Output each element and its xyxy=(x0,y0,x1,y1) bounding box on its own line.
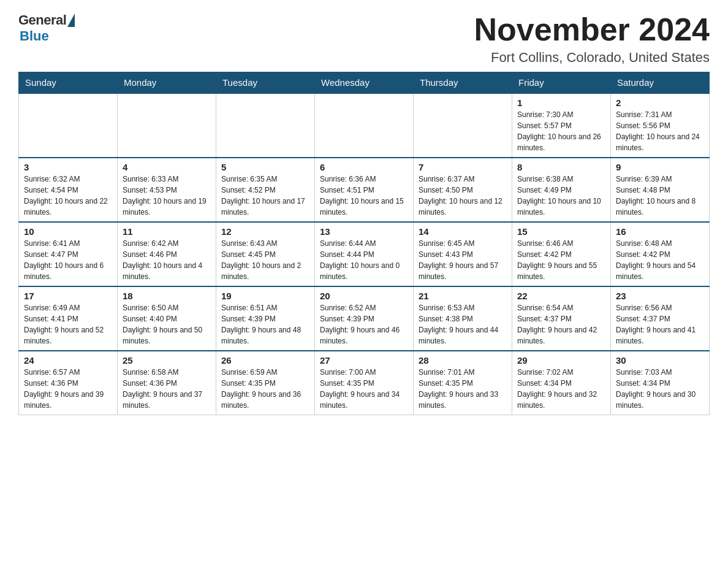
day-number: 14 xyxy=(419,226,507,237)
day-info: Sunrise: 6:35 AMSunset: 4:52 PMDaylight:… xyxy=(221,174,309,218)
page-header: General Blue November 2024 Fort Collins,… xyxy=(18,12,710,66)
day-number: 28 xyxy=(419,355,507,366)
day-info: Sunrise: 6:57 AMSunset: 4:36 PMDaylight:… xyxy=(24,367,112,411)
day-number: 11 xyxy=(123,226,211,237)
weekday-header: Sunday xyxy=(19,72,118,94)
day-number: 5 xyxy=(221,162,309,172)
calendar-cell: 14Sunrise: 6:45 AMSunset: 4:43 PMDayligh… xyxy=(414,222,512,286)
day-number: 15 xyxy=(517,226,605,237)
day-number: 20 xyxy=(320,291,408,301)
weekday-header: Wednesday xyxy=(315,72,414,94)
day-number: 2 xyxy=(616,98,704,108)
day-info: Sunrise: 6:54 AMSunset: 4:37 PMDaylight:… xyxy=(517,302,605,347)
day-info: Sunrise: 6:39 AMSunset: 4:48 PMDaylight:… xyxy=(616,174,704,218)
weekday-header: Tuesday xyxy=(216,72,315,94)
day-number: 24 xyxy=(24,355,112,366)
calendar-cell: 17Sunrise: 6:49 AMSunset: 4:41 PMDayligh… xyxy=(19,286,118,351)
day-number: 22 xyxy=(517,291,605,301)
day-number: 3 xyxy=(24,162,112,172)
day-info: Sunrise: 6:36 AMSunset: 4:51 PMDaylight:… xyxy=(320,174,408,218)
calendar-cell: 21Sunrise: 6:53 AMSunset: 4:38 PMDayligh… xyxy=(414,286,512,351)
day-info: Sunrise: 7:30 AMSunset: 5:57 PMDaylight:… xyxy=(517,109,605,153)
calendar-cell: 22Sunrise: 6:54 AMSunset: 4:37 PMDayligh… xyxy=(512,286,611,351)
calendar-cell: 2Sunrise: 7:31 AMSunset: 5:56 PMDaylight… xyxy=(611,93,710,158)
day-number: 30 xyxy=(616,355,704,366)
calendar-cell: 12Sunrise: 6:43 AMSunset: 4:45 PMDayligh… xyxy=(216,222,315,286)
day-number: 17 xyxy=(24,291,112,301)
day-info: Sunrise: 6:33 AMSunset: 4:53 PMDaylight:… xyxy=(123,174,211,218)
day-info: Sunrise: 6:56 AMSunset: 4:37 PMDaylight:… xyxy=(616,302,704,347)
calendar-cell: 26Sunrise: 6:59 AMSunset: 4:35 PMDayligh… xyxy=(216,351,315,415)
day-info: Sunrise: 7:02 AMSunset: 4:34 PMDaylight:… xyxy=(517,367,605,411)
day-info: Sunrise: 6:46 AMSunset: 4:42 PMDaylight:… xyxy=(517,238,605,282)
calendar-cell: 7Sunrise: 6:37 AMSunset: 4:50 PMDaylight… xyxy=(414,158,512,222)
day-number: 8 xyxy=(517,162,605,172)
day-info: Sunrise: 6:58 AMSunset: 4:36 PMDaylight:… xyxy=(123,367,211,411)
day-info: Sunrise: 6:42 AMSunset: 4:46 PMDaylight:… xyxy=(123,238,211,282)
day-number: 19 xyxy=(221,291,309,301)
calendar-cell: 13Sunrise: 6:44 AMSunset: 4:44 PMDayligh… xyxy=(315,222,414,286)
calendar-cell: 3Sunrise: 6:32 AMSunset: 4:54 PMDaylight… xyxy=(19,158,118,222)
day-number: 7 xyxy=(419,162,507,172)
calendar-cell: 1Sunrise: 7:30 AMSunset: 5:57 PMDaylight… xyxy=(512,93,611,158)
day-number: 13 xyxy=(320,226,408,237)
day-info: Sunrise: 6:38 AMSunset: 4:49 PMDaylight:… xyxy=(517,174,605,218)
day-info: Sunrise: 6:41 AMSunset: 4:47 PMDaylight:… xyxy=(24,238,112,282)
day-info: Sunrise: 6:45 AMSunset: 4:43 PMDaylight:… xyxy=(419,238,507,282)
calendar-table: SundayMondayTuesdayWednesdayThursdayFrid… xyxy=(18,72,710,415)
day-number: 12 xyxy=(221,226,309,237)
calendar-cell: 23Sunrise: 6:56 AMSunset: 4:37 PMDayligh… xyxy=(611,286,710,351)
calendar-week-row: 1Sunrise: 7:30 AMSunset: 5:57 PMDaylight… xyxy=(19,93,710,158)
calendar-header-row: SundayMondayTuesdayWednesdayThursdayFrid… xyxy=(19,72,710,94)
day-info: Sunrise: 7:01 AMSunset: 4:35 PMDaylight:… xyxy=(419,367,507,411)
calendar-cell: 5Sunrise: 6:35 AMSunset: 4:52 PMDaylight… xyxy=(216,158,315,222)
weekday-header: Saturday xyxy=(611,72,710,94)
day-info: Sunrise: 6:59 AMSunset: 4:35 PMDaylight:… xyxy=(221,367,309,411)
logo-blue-text: Blue xyxy=(20,28,49,44)
calendar-week-row: 3Sunrise: 6:32 AMSunset: 4:54 PMDaylight… xyxy=(19,158,710,222)
calendar-cell: 4Sunrise: 6:33 AMSunset: 4:53 PMDaylight… xyxy=(118,158,216,222)
calendar-cell xyxy=(19,93,118,158)
calendar-week-row: 17Sunrise: 6:49 AMSunset: 4:41 PMDayligh… xyxy=(19,286,710,351)
month-title: November 2024 xyxy=(474,12,710,47)
day-number: 16 xyxy=(616,226,704,237)
day-number: 25 xyxy=(123,355,211,366)
logo-general-text: General xyxy=(18,12,66,28)
calendar-cell: 18Sunrise: 6:50 AMSunset: 4:40 PMDayligh… xyxy=(118,286,216,351)
calendar-cell: 20Sunrise: 6:52 AMSunset: 4:39 PMDayligh… xyxy=(315,286,414,351)
calendar-cell xyxy=(216,93,315,158)
day-info: Sunrise: 6:44 AMSunset: 4:44 PMDaylight:… xyxy=(320,238,408,282)
day-number: 21 xyxy=(419,291,507,301)
calendar-cell: 8Sunrise: 6:38 AMSunset: 4:49 PMDaylight… xyxy=(512,158,611,222)
calendar-cell: 27Sunrise: 7:00 AMSunset: 4:35 PMDayligh… xyxy=(315,351,414,415)
calendar-cell: 16Sunrise: 6:48 AMSunset: 4:42 PMDayligh… xyxy=(611,222,710,286)
day-number: 29 xyxy=(517,355,605,366)
calendar-cell: 28Sunrise: 7:01 AMSunset: 4:35 PMDayligh… xyxy=(414,351,512,415)
day-info: Sunrise: 6:32 AMSunset: 4:54 PMDaylight:… xyxy=(24,174,112,218)
day-number: 27 xyxy=(320,355,408,366)
weekday-header: Monday xyxy=(118,72,216,94)
day-number: 9 xyxy=(616,162,704,172)
calendar-cell: 10Sunrise: 6:41 AMSunset: 4:47 PMDayligh… xyxy=(19,222,118,286)
day-info: Sunrise: 6:52 AMSunset: 4:39 PMDaylight:… xyxy=(320,302,408,347)
day-number: 26 xyxy=(221,355,309,366)
day-info: Sunrise: 6:43 AMSunset: 4:45 PMDaylight:… xyxy=(221,238,309,282)
calendar-cell: 19Sunrise: 6:51 AMSunset: 4:39 PMDayligh… xyxy=(216,286,315,351)
calendar-cell: 9Sunrise: 6:39 AMSunset: 4:48 PMDaylight… xyxy=(611,158,710,222)
calendar-cell: 30Sunrise: 7:03 AMSunset: 4:34 PMDayligh… xyxy=(611,351,710,415)
calendar-cell: 25Sunrise: 6:58 AMSunset: 4:36 PMDayligh… xyxy=(118,351,216,415)
calendar-cell: 29Sunrise: 7:02 AMSunset: 4:34 PMDayligh… xyxy=(512,351,611,415)
weekday-header: Friday xyxy=(512,72,611,94)
calendar-cell xyxy=(118,93,216,158)
day-info: Sunrise: 6:49 AMSunset: 4:41 PMDaylight:… xyxy=(24,302,112,347)
logo-triangle-icon xyxy=(67,13,75,27)
day-info: Sunrise: 6:48 AMSunset: 4:42 PMDaylight:… xyxy=(616,238,704,282)
calendar-cell: 6Sunrise: 6:36 AMSunset: 4:51 PMDaylight… xyxy=(315,158,414,222)
calendar-cell xyxy=(414,93,512,158)
day-info: Sunrise: 6:51 AMSunset: 4:39 PMDaylight:… xyxy=(221,302,309,347)
day-info: Sunrise: 6:53 AMSunset: 4:38 PMDaylight:… xyxy=(419,302,507,347)
weekday-header: Thursday xyxy=(414,72,512,94)
day-number: 1 xyxy=(517,98,605,108)
title-block: November 2024 Fort Collins, Colorado, Un… xyxy=(474,12,710,66)
calendar-week-row: 10Sunrise: 6:41 AMSunset: 4:47 PMDayligh… xyxy=(19,222,710,286)
